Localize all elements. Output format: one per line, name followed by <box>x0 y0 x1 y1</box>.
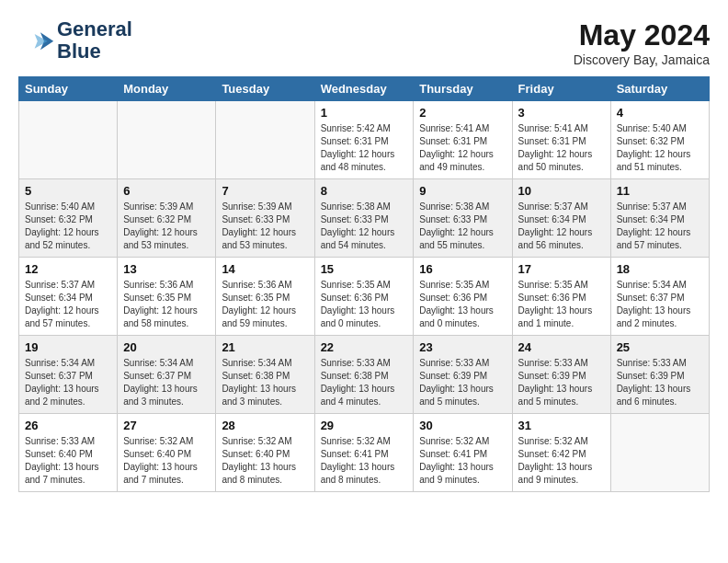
day-info: Sunrise: 5:37 AM Sunset: 6:34 PM Dayligh… <box>25 279 111 330</box>
day-info: Sunrise: 5:32 AM Sunset: 6:40 PM Dayligh… <box>222 435 308 487</box>
calendar-cell: 17Sunrise: 5:35 AM Sunset: 6:36 PM Dayli… <box>512 258 610 336</box>
day-info: Sunrise: 5:32 AM Sunset: 6:41 PM Dayligh… <box>321 435 408 487</box>
calendar-cell: 4Sunrise: 5:40 AM Sunset: 6:32 PM Daylig… <box>610 101 709 179</box>
day-number: 22 <box>321 340 408 354</box>
day-info: Sunrise: 5:33 AM Sunset: 6:38 PM Dayligh… <box>321 357 408 408</box>
day-info: Sunrise: 5:35 AM Sunset: 6:36 PM Dayligh… <box>518 279 605 330</box>
location: Discovery Bay, Jamaica <box>574 52 710 67</box>
calendar-cell: 2Sunrise: 5:41 AM Sunset: 6:31 PM Daylig… <box>414 101 512 179</box>
day-number: 26 <box>25 419 111 432</box>
day-info: Sunrise: 5:33 AM Sunset: 6:40 PM Dayligh… <box>25 435 111 487</box>
day-info: Sunrise: 5:35 AM Sunset: 6:36 PM Dayligh… <box>419 279 506 330</box>
day-info: Sunrise: 5:39 AM Sunset: 6:32 PM Dayligh… <box>123 201 210 252</box>
calendar-cell: 3Sunrise: 5:41 AM Sunset: 6:31 PM Daylig… <box>512 101 610 179</box>
day-number: 1 <box>321 106 408 120</box>
calendar-cell: 25Sunrise: 5:33 AM Sunset: 6:39 PM Dayli… <box>610 336 709 414</box>
calendar-cell: 26Sunrise: 5:33 AM Sunset: 6:40 PM Dayli… <box>19 414 118 492</box>
day-info: Sunrise: 5:35 AM Sunset: 6:36 PM Dayligh… <box>321 279 408 330</box>
day-number: 28 <box>222 419 308 432</box>
calendar-cell: 11Sunrise: 5:37 AM Sunset: 6:34 PM Dayli… <box>610 179 709 258</box>
day-number: 18 <box>617 262 703 276</box>
day-info: Sunrise: 5:38 AM Sunset: 6:33 PM Dayligh… <box>321 201 408 252</box>
calendar-header-thursday: Thursday <box>414 77 512 101</box>
calendar-body: 1Sunrise: 5:42 AM Sunset: 6:31 PM Daylig… <box>19 101 710 492</box>
day-number: 30 <box>419 419 506 432</box>
calendar-cell: 21Sunrise: 5:34 AM Sunset: 6:38 PM Dayli… <box>216 336 314 414</box>
title-block: May 2024 Discovery Bay, Jamaica <box>574 18 710 67</box>
day-info: Sunrise: 5:38 AM Sunset: 6:33 PM Dayligh… <box>419 201 506 252</box>
day-number: 10 <box>518 184 605 198</box>
calendar-cell: 7Sunrise: 5:39 AM Sunset: 6:33 PM Daylig… <box>216 179 314 258</box>
day-number: 6 <box>123 184 210 198</box>
logo-text: General Blue <box>57 18 132 63</box>
day-number: 19 <box>25 340 111 354</box>
logo-icon <box>18 27 55 54</box>
calendar-week-row: 5Sunrise: 5:40 AM Sunset: 6:32 PM Daylig… <box>19 179 710 258</box>
day-number: 9 <box>419 184 506 198</box>
month-year: May 2024 <box>574 18 710 52</box>
calendar-week-row: 12Sunrise: 5:37 AM Sunset: 6:34 PM Dayli… <box>19 258 710 336</box>
day-info: Sunrise: 5:37 AM Sunset: 6:34 PM Dayligh… <box>617 201 703 252</box>
calendar-cell <box>19 101 118 179</box>
calendar-cell: 24Sunrise: 5:33 AM Sunset: 6:39 PM Dayli… <box>512 336 610 414</box>
day-info: Sunrise: 5:41 AM Sunset: 6:31 PM Dayligh… <box>419 122 506 174</box>
day-info: Sunrise: 5:34 AM Sunset: 6:37 PM Dayligh… <box>123 357 210 408</box>
calendar-week-row: 1Sunrise: 5:42 AM Sunset: 6:31 PM Daylig… <box>19 101 710 179</box>
day-info: Sunrise: 5:34 AM Sunset: 6:37 PM Dayligh… <box>25 357 111 408</box>
calendar-cell: 8Sunrise: 5:38 AM Sunset: 6:33 PM Daylig… <box>314 179 414 258</box>
day-info: Sunrise: 5:37 AM Sunset: 6:34 PM Dayligh… <box>518 201 605 252</box>
day-info: Sunrise: 5:41 AM Sunset: 6:31 PM Dayligh… <box>518 122 605 174</box>
day-number: 21 <box>222 340 308 354</box>
logo: General Blue <box>18 18 132 63</box>
calendar-header-friday: Friday <box>512 77 610 101</box>
calendar-header-wednesday: Wednesday <box>314 77 414 101</box>
day-number: 17 <box>518 262 605 276</box>
day-info: Sunrise: 5:32 AM Sunset: 6:42 PM Dayligh… <box>518 435 605 487</box>
day-number: 14 <box>222 262 308 276</box>
calendar-cell: 14Sunrise: 5:36 AM Sunset: 6:35 PM Dayli… <box>216 258 314 336</box>
day-number: 3 <box>518 106 605 120</box>
calendar-cell <box>118 101 216 179</box>
calendar-table: SundayMondayTuesdayWednesdayThursdayFrid… <box>18 76 710 492</box>
calendar-cell: 12Sunrise: 5:37 AM Sunset: 6:34 PM Dayli… <box>19 258 118 336</box>
day-info: Sunrise: 5:32 AM Sunset: 6:40 PM Dayligh… <box>123 435 210 487</box>
calendar-cell: 23Sunrise: 5:33 AM Sunset: 6:39 PM Dayli… <box>414 336 512 414</box>
day-info: Sunrise: 5:36 AM Sunset: 6:35 PM Dayligh… <box>222 279 308 330</box>
calendar-header-tuesday: Tuesday <box>216 77 314 101</box>
calendar-cell: 19Sunrise: 5:34 AM Sunset: 6:37 PM Dayli… <box>19 336 118 414</box>
day-number: 16 <box>419 262 506 276</box>
day-info: Sunrise: 5:33 AM Sunset: 6:39 PM Dayligh… <box>518 357 605 408</box>
day-number: 23 <box>419 340 506 354</box>
day-info: Sunrise: 5:33 AM Sunset: 6:39 PM Dayligh… <box>419 357 506 408</box>
day-info: Sunrise: 5:36 AM Sunset: 6:35 PM Dayligh… <box>123 279 210 330</box>
calendar-cell: 31Sunrise: 5:32 AM Sunset: 6:42 PM Dayli… <box>512 414 610 492</box>
calendar-cell: 13Sunrise: 5:36 AM Sunset: 6:35 PM Dayli… <box>118 258 216 336</box>
calendar-cell: 30Sunrise: 5:32 AM Sunset: 6:41 PM Dayli… <box>414 414 512 492</box>
calendar-header-saturday: Saturday <box>610 77 709 101</box>
calendar-cell: 15Sunrise: 5:35 AM Sunset: 6:36 PM Dayli… <box>314 258 414 336</box>
calendar-cell: 27Sunrise: 5:32 AM Sunset: 6:40 PM Dayli… <box>118 414 216 492</box>
day-number: 20 <box>123 340 210 354</box>
day-number: 31 <box>518 419 605 432</box>
day-info: Sunrise: 5:33 AM Sunset: 6:39 PM Dayligh… <box>617 357 703 408</box>
day-info: Sunrise: 5:40 AM Sunset: 6:32 PM Dayligh… <box>617 122 703 174</box>
calendar-cell: 9Sunrise: 5:38 AM Sunset: 6:33 PM Daylig… <box>414 179 512 258</box>
calendar-cell: 1Sunrise: 5:42 AM Sunset: 6:31 PM Daylig… <box>314 101 414 179</box>
calendar-cell: 22Sunrise: 5:33 AM Sunset: 6:38 PM Dayli… <box>314 336 414 414</box>
day-number: 11 <box>617 184 703 198</box>
calendar-cell <box>216 101 314 179</box>
day-number: 25 <box>617 340 703 354</box>
calendar-cell <box>610 414 709 492</box>
day-number: 12 <box>25 262 111 276</box>
day-number: 4 <box>617 106 703 120</box>
calendar-week-row: 26Sunrise: 5:33 AM Sunset: 6:40 PM Dayli… <box>19 414 710 492</box>
calendar-cell: 29Sunrise: 5:32 AM Sunset: 6:41 PM Dayli… <box>314 414 414 492</box>
day-number: 2 <box>419 106 506 120</box>
day-info: Sunrise: 5:39 AM Sunset: 6:33 PM Dayligh… <box>222 201 308 252</box>
calendar-cell: 6Sunrise: 5:39 AM Sunset: 6:32 PM Daylig… <box>118 179 216 258</box>
calendar-cell: 18Sunrise: 5:34 AM Sunset: 6:37 PM Dayli… <box>610 258 709 336</box>
day-number: 13 <box>123 262 210 276</box>
day-info: Sunrise: 5:34 AM Sunset: 6:38 PM Dayligh… <box>222 357 308 408</box>
day-number: 8 <box>321 184 408 198</box>
day-number: 5 <box>25 184 111 198</box>
